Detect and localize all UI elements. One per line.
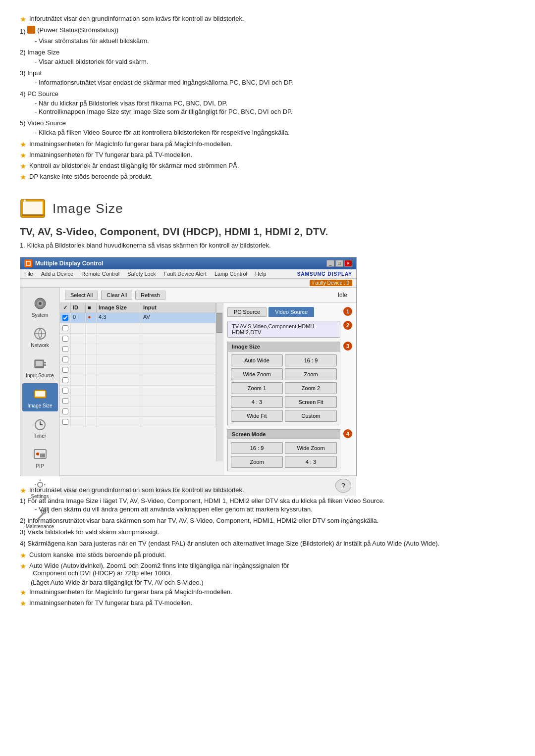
bottom-star-text-5: Inmatningsenheten för TV fungerar bara p… [29, 599, 192, 606]
table-row[interactable] [60, 406, 216, 417]
row-2-checkbox[interactable] [62, 325, 68, 331]
row-8-id [71, 386, 86, 396]
img-size-16-9[interactable]: 16 : 9 [285, 354, 337, 366]
row-1-check[interactable] [60, 313, 71, 323]
menu-help[interactable]: Help [255, 271, 267, 277]
menu-lamp-control[interactable]: Lamp Control [214, 271, 247, 277]
item-5-section: 5) Video Source Klicka på fliken Video S… [20, 119, 515, 136]
timer-icon [32, 416, 48, 432]
item-4-label: PC Source [27, 90, 58, 98]
row-9-checkbox[interactable] [62, 398, 68, 404]
screen-mode-zoom[interactable]: Zoom [231, 456, 283, 468]
table-row[interactable] [60, 344, 216, 354]
menu-fault-device[interactable]: Fault Device Alert [164, 271, 207, 277]
bottom-notes-section: ★ Inforutnätet visar den grundinformatio… [20, 486, 515, 608]
toolbar-left: Select All Clear All Refresh [65, 291, 165, 300]
table-row[interactable] [60, 323, 216, 334]
maximize-button[interactable]: □ [335, 260, 343, 267]
row-7-checkbox[interactable] [62, 377, 68, 383]
table-and-panel: ✓ ID ■ Image Size Input 0 [60, 303, 356, 475]
row-9-check[interactable] [60, 396, 71, 406]
menu-remote-control[interactable]: Remote Control [81, 271, 119, 277]
minimize-button[interactable]: _ [326, 260, 334, 267]
sidebar-item-image-size[interactable]: Image Size [22, 383, 58, 411]
image-size-icon [32, 386, 48, 402]
row-11-check[interactable] [60, 417, 71, 427]
img-size-screen-fit[interactable]: Screen Fit [285, 396, 337, 408]
row-5-check[interactable] [60, 354, 71, 364]
bottom-item-2: 2) Informationsrutnätet visar bara skärm… [20, 517, 515, 524]
menu-file[interactable]: File [24, 271, 33, 277]
img-size-wide-zoom[interactable]: Wide Zoom [231, 368, 283, 380]
video-source-tab[interactable]: Video Source [268, 307, 314, 317]
row-6-check[interactable] [60, 365, 71, 375]
img-size-4-3[interactable]: 4 : 3 [231, 396, 283, 408]
row-6-checkbox[interactable] [62, 367, 68, 373]
table-row[interactable] [60, 354, 216, 365]
sidebar-item-network[interactable]: Network [22, 323, 58, 351]
sidebar-item-input-source[interactable]: Input Source [22, 353, 58, 381]
screen-mode-16-9[interactable]: 16 : 9 [231, 442, 283, 454]
table-row[interactable] [60, 417, 216, 427]
table-row[interactable]: 0 ● 4:3 AV [60, 313, 216, 323]
table-row[interactable] [60, 386, 216, 396]
row-8-check[interactable] [60, 386, 71, 396]
img-size-custom[interactable]: Custom [285, 410, 337, 422]
close-button[interactable]: ✕ [344, 260, 352, 267]
img-size-zoom-1[interactable]: Zoom 1 [231, 382, 283, 394]
row-1-checkbox[interactable] [62, 315, 68, 321]
help-button[interactable]: ? [335, 479, 351, 493]
clear-all-button[interactable]: Clear All [101, 291, 132, 300]
row-10-check[interactable] [60, 406, 71, 416]
item-4-section: 4) PC Source När du klickar på Bildstorl… [20, 90, 515, 115]
row-5-checkbox[interactable] [62, 356, 68, 362]
svg-rect-22 [40, 454, 45, 457]
screen-mode-4-3[interactable]: 4 : 3 [285, 456, 337, 468]
sidebar-item-timer[interactable]: Timer [22, 413, 58, 442]
row-10-checkbox[interactable] [62, 408, 68, 414]
power-status-icon [27, 26, 35, 34]
item-5-sub: Klicka på fliken Video Source för att ko… [35, 129, 515, 136]
window-title-left: Multiple Display Control [24, 259, 103, 267]
row-11-checkbox[interactable] [62, 419, 68, 425]
row-3-checkbox[interactable] [62, 336, 68, 342]
item-1-num: 1) [20, 28, 26, 35]
refresh-button[interactable]: Refresh [135, 291, 165, 300]
img-size-wide-fit[interactable]: Wide Fit [231, 410, 283, 422]
table-row[interactable] [60, 396, 216, 406]
row-10-status [86, 406, 97, 416]
tv-instruction: 1. Klicka på Bildstorlek bland huvudikon… [20, 242, 515, 249]
row-4-check[interactable] [60, 344, 71, 354]
img-size-auto-wide[interactable]: Auto Wide [231, 354, 283, 366]
sidebar-timer-label: Timer [34, 433, 46, 439]
row-8-checkbox[interactable] [62, 388, 68, 394]
screen-mode-panel: Screen Mode 16 : 9 Wide Zoom Zoom 4 : 3 [227, 429, 340, 471]
pc-source-tab[interactable]: PC Source [227, 307, 267, 317]
img-size-zoom[interactable]: Zoom [285, 368, 337, 380]
row-3-check[interactable] [60, 334, 71, 344]
sidebar: System Network [20, 288, 60, 476]
bottom-item-1-content: För att ändra Image Size i läget TV, AV,… [27, 497, 384, 504]
menu-add-device[interactable]: Add a Device [41, 271, 73, 277]
table-row[interactable] [60, 334, 216, 344]
bottom-star-text-2: Custom kanske inte stöds beroende på pro… [29, 551, 166, 558]
row-7-check[interactable] [60, 375, 71, 385]
row-5-input [141, 354, 216, 364]
pip-icon [32, 447, 48, 462]
table-row[interactable] [60, 375, 216, 386]
img-size-zoom-2[interactable]: Zoom 2 [285, 382, 337, 394]
top-star-text-1: Inforutnätet visar den grundinformation … [29, 15, 244, 22]
top-star-note-5: ★ DP kanske inte stöds beroende på produ… [20, 173, 515, 182]
scrollbar-thumb[interactable] [216, 313, 222, 333]
row-2-check[interactable] [60, 323, 71, 333]
menu-safety-lock[interactable]: Safety Lock [127, 271, 156, 277]
sidebar-item-system[interactable]: System [22, 293, 58, 321]
table-scrollbar[interactable] [216, 313, 223, 461]
table-row[interactable] [60, 365, 216, 375]
star-icon-1: ★ [20, 15, 26, 24]
select-all-button[interactable]: Select All [65, 291, 98, 300]
sidebar-item-pip[interactable]: PIP [22, 444, 58, 472]
row-4-checkbox[interactable] [62, 346, 68, 352]
row-7-input [141, 375, 216, 385]
screen-mode-wide-zoom[interactable]: Wide Zoom [285, 442, 337, 454]
